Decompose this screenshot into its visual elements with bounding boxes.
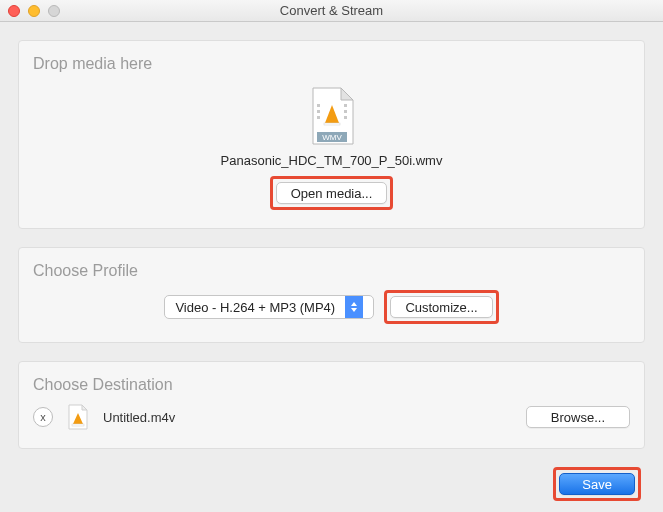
destination-heading: Choose Destination bbox=[33, 376, 630, 394]
svg-text:WMV: WMV bbox=[322, 133, 342, 142]
save-button[interactable]: Save bbox=[559, 473, 635, 495]
svg-marker-10 bbox=[351, 302, 357, 306]
window-title: Convert & Stream bbox=[0, 3, 663, 18]
titlebar: Convert & Stream bbox=[0, 0, 663, 22]
open-media-button[interactable]: Open media... bbox=[276, 182, 388, 204]
destination-filename: Untitled.m4v bbox=[103, 410, 175, 425]
footer: Save bbox=[18, 467, 645, 501]
drop-heading: Drop media here bbox=[33, 55, 630, 73]
svg-marker-11 bbox=[351, 308, 357, 312]
remove-destination-button[interactable]: x bbox=[33, 407, 53, 427]
svg-rect-2 bbox=[317, 116, 320, 119]
stepper-arrows-icon bbox=[345, 296, 363, 318]
minimize-window-icon[interactable] bbox=[28, 5, 40, 17]
svg-rect-7 bbox=[324, 123, 340, 125]
profile-select[interactable]: Video - H.264 + MP3 (MP4) bbox=[164, 295, 374, 319]
profile-heading: Choose Profile bbox=[33, 262, 630, 280]
svg-rect-4 bbox=[344, 110, 347, 113]
svg-rect-3 bbox=[344, 104, 347, 107]
svg-rect-0 bbox=[317, 104, 320, 107]
dropped-file-name: Panasonic_HDC_TM_700_P_50i.wmv bbox=[221, 153, 443, 168]
destination-file-icon bbox=[67, 404, 89, 430]
media-file-icon: WMV bbox=[309, 87, 355, 145]
highlight-save: Save bbox=[553, 467, 641, 501]
customize-button[interactable]: Customize... bbox=[390, 296, 492, 318]
highlight-open-media: Open media... bbox=[270, 176, 394, 210]
section-choose-destination: Choose Destination x Untitled.m4v Browse… bbox=[18, 361, 645, 449]
close-window-icon[interactable] bbox=[8, 5, 20, 17]
zoom-window-icon[interactable] bbox=[48, 5, 60, 17]
highlight-customize: Customize... bbox=[384, 290, 498, 324]
drop-area[interactable]: WMV Panasonic_HDC_TM_700_P_50i.wmv Open … bbox=[33, 83, 630, 210]
profile-select-value: Video - H.264 + MP3 (MP4) bbox=[165, 300, 345, 315]
section-drop-media: Drop media here WMV Panasonic_HDC_TM_700… bbox=[18, 40, 645, 229]
section-choose-profile: Choose Profile Video - H.264 + MP3 (MP4)… bbox=[18, 247, 645, 343]
browse-button[interactable]: Browse... bbox=[526, 406, 630, 428]
svg-rect-5 bbox=[344, 116, 347, 119]
svg-rect-13 bbox=[72, 424, 84, 426]
svg-rect-1 bbox=[317, 110, 320, 113]
window-controls bbox=[0, 5, 60, 17]
